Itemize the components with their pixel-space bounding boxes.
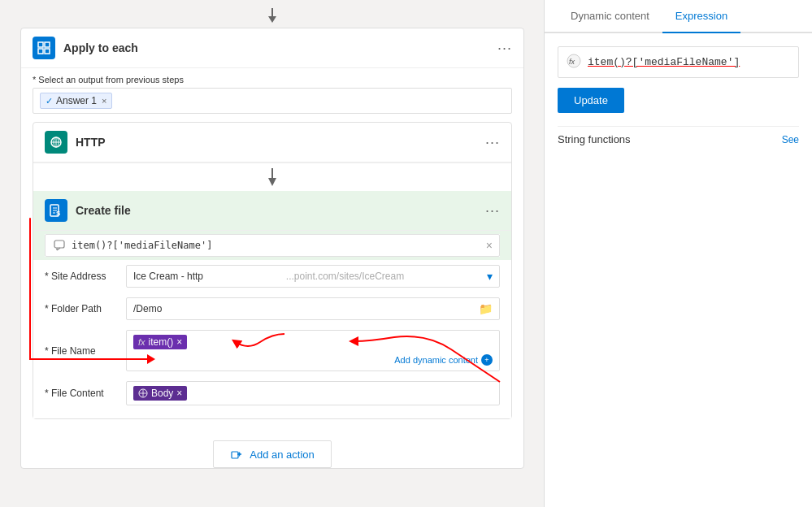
add-action-button[interactable]: Add an action [213, 440, 332, 468]
select-output-label: * Select an output from previous steps [33, 75, 512, 84]
expression-input-value: item()?['mediaFileName'] [588, 56, 790, 68]
red-annotation-horizontal [29, 358, 150, 360]
red-arrowhead-h [147, 354, 155, 364]
folder-path-row: * Folder Path /Demo 📁 [45, 292, 500, 325]
top-down-arrow [266, 8, 279, 23]
expression-bubble-close[interactable]: × [486, 239, 493, 252]
body-chip-icon [138, 388, 148, 398]
apply-to-each-block: Apply to each ··· * Select an output fro… [20, 28, 524, 469]
expression-input-row[interactable]: fx item()?['mediaFileName'] [558, 46, 799, 78]
right-panel: Dynamic content Expression fx item()?['m… [544, 0, 812, 507]
svg-rect-2 [38, 42, 43, 47]
site-address-dropdown[interactable]: ▾ [487, 270, 493, 283]
answer-tag-label: Answer 1 [56, 95, 97, 106]
file-name-chip: fx item() × [133, 335, 187, 349]
create-file-block: S Create file ··· [33, 191, 511, 418]
add-action-label: Add an action [250, 448, 315, 461]
svg-text:S: S [56, 210, 61, 217]
file-name-chip-label: item() [149, 336, 174, 348]
inner-down-arrow [266, 168, 279, 186]
item-arrow-svg [232, 330, 289, 354]
svg-rect-5 [45, 49, 50, 54]
create-file-header: S Create file ··· [33, 191, 511, 231]
folder-path-label: * Folder Path [45, 303, 118, 314]
dynamic-content-plus-icon: + [481, 354, 493, 366]
update-button[interactable]: Update [558, 88, 624, 113]
apply-to-each-title: Apply to each [63, 41, 489, 54]
svg-marker-1 [268, 16, 276, 23]
tab-dynamic-content[interactable]: Dynamic content [558, 0, 662, 33]
file-name-input[interactable]: fx item() × Add dynamic content + [126, 330, 500, 371]
svg-marker-11 [268, 178, 276, 186]
file-content-label: * File Content [45, 388, 118, 399]
http-block: HTTP ··· [33, 123, 511, 163]
site-address-row: * Site Address Ice Cream - http ...point… [45, 260, 500, 292]
red-annotation-left [29, 218, 31, 360]
svg-rect-17 [54, 240, 64, 248]
folder-path-value: /Demo [133, 303, 162, 314]
site-address-suffix: ...point.com/sites/IceCream [286, 271, 404, 282]
http-header: HTTP ··· [33, 123, 511, 162]
site-address-label: * Site Address [45, 271, 118, 282]
canvas: Apply to each ··· * Select an output fro… [0, 0, 545, 507]
apply-to-each-header: Apply to each ··· [21, 28, 523, 68]
body-chip: Body × [133, 386, 187, 401]
check-icon: ✓ [46, 96, 53, 106]
bubble-icon [54, 240, 65, 251]
http-title: HTTP [76, 136, 477, 149]
item-annotation-arrow [232, 330, 289, 357]
dynamic-content-text: Add dynamic content [394, 355, 478, 365]
svg-rect-23 [232, 452, 238, 458]
string-functions-row: String functions See [558, 126, 799, 145]
folder-path-input[interactable]: /Demo 📁 [126, 297, 500, 320]
add-action-container: Add an action [21, 427, 523, 468]
file-name-label: * File Name [45, 345, 118, 357]
expression-bubble-text: item()?['mediaFileName'] [72, 240, 212, 251]
create-file-title: Create file [76, 204, 477, 217]
expression-fx-icon: fx [567, 54, 581, 71]
file-name-chip-remove[interactable]: × [176, 336, 182, 348]
svg-rect-3 [45, 42, 50, 47]
svg-rect-4 [38, 49, 43, 54]
svg-text:fx: fx [569, 58, 575, 66]
string-functions-label: String functions [558, 133, 631, 145]
main-area: Apply to each ··· * Select an output fro… [0, 0, 812, 507]
folder-icon[interactable]: 📁 [479, 302, 493, 315]
fx-icon-chip: fx [138, 337, 145, 347]
tab-expression[interactable]: Expression [662, 0, 740, 33]
apply-to-each-menu[interactable]: ··· [497, 40, 512, 57]
http-icon [45, 131, 67, 154]
add-action-icon [230, 448, 243, 461]
string-functions-see[interactable]: See [782, 134, 799, 145]
create-file-icon: S [45, 199, 67, 222]
select-output-row: * Select an output from previous steps ✓… [21, 68, 523, 122]
file-content-row: * File Content Body × [45, 376, 500, 410]
answer-tag: ✓ Answer 1 × [40, 93, 112, 109]
expression-bubble: item()?['mediaFileName'] × [45, 234, 500, 257]
dynamic-content-link[interactable]: Add dynamic content + [133, 353, 493, 369]
body-chip-remove[interactable]: × [176, 388, 182, 399]
panel-tabs: Dynamic content Expression [545, 0, 812, 33]
answer-tag-remove[interactable]: × [102, 96, 106, 106]
fx-symbol: fx [567, 54, 581, 68]
create-file-menu[interactable]: ··· [485, 202, 500, 219]
site-address-input[interactable]: Ice Cream - http ...point.com/sites/IceC… [126, 265, 500, 288]
inner-blocks: HTTP ··· [33, 122, 512, 419]
site-address-value: Ice Cream - http [133, 271, 203, 282]
panel-expression-area: fx item()?['mediaFileName'] Update Strin… [545, 33, 812, 507]
file-content-input[interactable]: Body × [126, 381, 500, 405]
body-chip-label: Body [151, 388, 173, 399]
inner-arrow [33, 163, 511, 191]
output-input-box[interactable]: ✓ Answer 1 × [33, 88, 512, 114]
apply-to-each-icon [33, 37, 55, 59]
http-menu[interactable]: ··· [485, 134, 500, 151]
